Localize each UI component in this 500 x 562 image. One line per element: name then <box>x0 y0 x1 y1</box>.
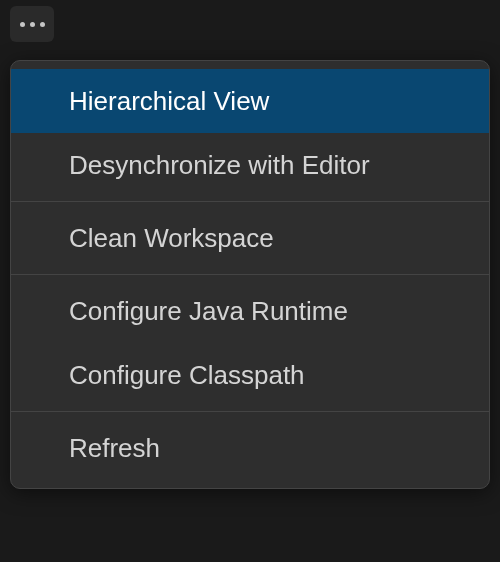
menu-divider <box>11 411 489 412</box>
menu-item-refresh[interactable]: Refresh <box>11 416 489 480</box>
menu-item-desynchronize-editor[interactable]: Desynchronize with Editor <box>11 133 489 197</box>
menu-item-label: Configure Java Runtime <box>69 296 348 327</box>
menu-item-label: Desynchronize with Editor <box>69 150 370 181</box>
ellipsis-icon <box>20 22 45 27</box>
menu-item-label: Configure Classpath <box>69 360 305 391</box>
context-menu: Hierarchical View Desynchronize with Edi… <box>10 60 490 489</box>
menu-item-label: Hierarchical View <box>69 86 269 117</box>
menu-item-label: Clean Workspace <box>69 223 274 254</box>
menu-item-hierarchical-view[interactable]: Hierarchical View <box>11 69 489 133</box>
menu-divider <box>11 274 489 275</box>
menu-item-configure-classpath[interactable]: Configure Classpath <box>11 343 489 407</box>
menu-item-clean-workspace[interactable]: Clean Workspace <box>11 206 489 270</box>
menu-item-configure-java-runtime[interactable]: Configure Java Runtime <box>11 279 489 343</box>
menu-item-label: Refresh <box>69 433 160 464</box>
menu-divider <box>11 201 489 202</box>
more-options-button[interactable] <box>10 6 54 42</box>
